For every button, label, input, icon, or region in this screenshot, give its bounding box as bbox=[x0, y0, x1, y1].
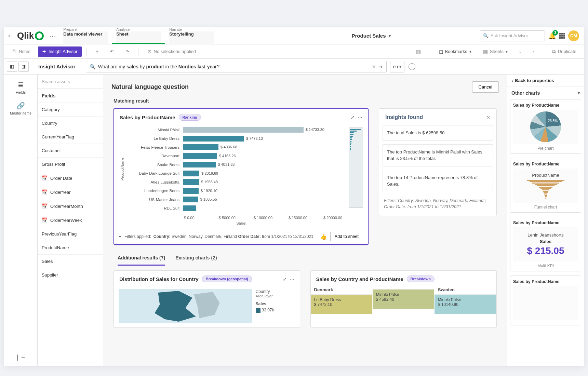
calendar-icon: 📅 bbox=[42, 217, 48, 223]
other-chart-card[interactable]: Sales by ProductNameProductNameFunnel ch… bbox=[510, 158, 581, 213]
global-search[interactable]: 🔍Ask Insight Advisor bbox=[480, 30, 545, 41]
field-category[interactable]: Category bbox=[38, 103, 103, 117]
app-window: ‹ Qlik ⋯ PrepareData model viewerAnalyze… bbox=[4, 27, 584, 366]
field-sales[interactable]: Sales bbox=[38, 255, 103, 268]
bookmarks-button[interactable]: ◻Bookmarks▾ bbox=[435, 46, 476, 57]
ranking-chart-card: Sales by ProductName Ranking ⤢ ⋯ Product… bbox=[113, 108, 369, 245]
cancel-button[interactable]: Cancel bbox=[472, 81, 499, 93]
bar-row[interactable]: Baby Dark Lounge Suit$ 2016.69 bbox=[128, 169, 347, 178]
field-currentyearflag[interactable]: CurrentYearFlag bbox=[38, 130, 103, 144]
avatar[interactable]: CM bbox=[568, 30, 579, 41]
notes-button[interactable]: 🗒Notes bbox=[8, 46, 35, 57]
app-launcher-button[interactable] bbox=[559, 33, 565, 39]
card-more-button[interactable]: ⋯ bbox=[290, 277, 294, 282]
sheets-icon: ▦ bbox=[483, 49, 488, 55]
field-productname[interactable]: ProductName bbox=[38, 241, 103, 255]
insights-title: Insights found bbox=[385, 114, 423, 120]
bar-row[interactable]: Snake Boots$ 4031.63 bbox=[128, 160, 347, 169]
chevron-down-icon[interactable]: ▾ bbox=[578, 91, 580, 95]
insight-advisor-button[interactable]: ✦Insight Advisor bbox=[38, 46, 82, 57]
tree-title: Sales by Country and ProductName bbox=[316, 276, 403, 282]
fullscreen-button[interactable]: ⤢ bbox=[351, 115, 355, 120]
map-legend: Country Area layer Sales 33.07k bbox=[256, 289, 295, 323]
field-order-date[interactable]: 📅Order Date bbox=[38, 171, 103, 185]
field-customer[interactable]: Customer bbox=[38, 144, 103, 158]
filter-icon: ▾ bbox=[119, 234, 121, 239]
bar-row[interactable]: Le Baby Dress$ 7472.10 bbox=[128, 134, 347, 143]
treemap-chart[interactable]: DenmarkLe Baby Dress$ 7472.10Minnki Päls… bbox=[311, 285, 497, 314]
search-icon: 🔍 bbox=[90, 64, 95, 69]
other-charts-header: Other charts bbox=[511, 90, 540, 96]
language-selector[interactable]: en▾ bbox=[390, 61, 404, 72]
notes-icon: 🗒 bbox=[12, 49, 17, 54]
thumbs-up-button[interactable]: 👍 bbox=[320, 233, 327, 240]
tab-additional-results[interactable]: Additional results (7) bbox=[118, 251, 165, 266]
fullscreen-button[interactable]: ⤢ bbox=[283, 277, 286, 282]
y-axis-label: ProductName bbox=[119, 158, 126, 180]
bar-row[interactable]: RDL Suit bbox=[128, 204, 347, 213]
topbar-right: 🔍Ask Insight Advisor 🔔3 CM bbox=[475, 27, 584, 44]
query-input[interactable]: 🔍 What are my sales by product in the No… bbox=[86, 61, 387, 72]
rail-fields[interactable]: ≣Fields bbox=[10, 77, 31, 98]
panel-left-button[interactable]: ◧ bbox=[7, 62, 17, 72]
tab-existing-charts[interactable]: Existing charts (2) bbox=[175, 251, 217, 266]
clear-query-button[interactable]: ✕ bbox=[372, 64, 376, 69]
field-orderyearweek[interactable]: 📅OrderYearWeek bbox=[38, 213, 103, 227]
sheets-button[interactable]: ▦Sheets▾ bbox=[479, 46, 512, 57]
clear-selections-button[interactable]: ⊘No selections applied bbox=[143, 46, 200, 57]
distribution-card: Distribution of Sales for Country Breakd… bbox=[113, 270, 300, 328]
card-more-button[interactable]: ⋯ bbox=[358, 115, 362, 120]
top-tab-storytelling[interactable]: NarrateStorytelling bbox=[165, 27, 218, 44]
more-menu-button[interactable]: ⋯ bbox=[46, 27, 59, 44]
top-tabs: PrepareData model viewerAnalyzeSheetNarr… bbox=[59, 27, 267, 44]
notifications-button[interactable]: 🔔3 bbox=[548, 32, 556, 40]
fields-panel: Search assets Fields CategoryCountryCurr… bbox=[38, 75, 103, 366]
add-asset-button[interactable]: ❘← bbox=[10, 349, 31, 366]
other-chart-card[interactable]: Sales by ProductName bbox=[510, 276, 581, 325]
top-tab-data-model-viewer[interactable]: PrepareData model viewer bbox=[59, 27, 112, 44]
other-chart-card[interactable]: Sales by ProductNameLenin JeansshortsSal… bbox=[510, 217, 581, 271]
submit-query-button[interactable]: ➜ bbox=[379, 64, 383, 69]
field-orderyear[interactable]: 📅OrderYear bbox=[38, 185, 103, 199]
bar-row[interactable]: Davenport$ 4163.26 bbox=[128, 152, 347, 161]
info-button[interactable]: i bbox=[409, 63, 415, 70]
nlq-title: Natural language question bbox=[111, 83, 189, 91]
calendar-icon: 📅 bbox=[42, 189, 48, 195]
duplicate-button[interactable]: ⧉Duplicate bbox=[548, 46, 580, 57]
logo: Qlik bbox=[14, 27, 46, 44]
mini-scrollbar[interactable] bbox=[349, 127, 363, 208]
duplicate-icon: ⧉ bbox=[552, 49, 556, 55]
bar-row[interactable]: Minnki Pälsii$ 14733.30 bbox=[128, 125, 347, 134]
top-tab-sheet[interactable]: AnalyzeSheet bbox=[112, 27, 165, 44]
search-assets-input[interactable]: Search assets bbox=[38, 75, 103, 89]
bar-row[interactable]: Lundenhagen Boots$ 1920.10 bbox=[128, 187, 347, 196]
bulb-icon: ✦ bbox=[42, 49, 46, 55]
next-sheet-button[interactable]: › bbox=[528, 46, 538, 57]
rail-master-items[interactable]: 🔗Master items bbox=[10, 98, 31, 119]
field-gross-profit[interactable]: Gross Profit bbox=[38, 158, 103, 171]
app-title[interactable]: Product Sales▾ bbox=[267, 27, 475, 44]
bar-row[interactable]: US-Master Jeans$ 1865.55 bbox=[128, 195, 347, 204]
step-back-button[interactable]: ↶ bbox=[106, 46, 118, 57]
back-button[interactable]: ‹ bbox=[4, 27, 14, 44]
smart-search-button[interactable]: ⌖ bbox=[92, 46, 103, 57]
step-forward-button[interactable]: ↷ bbox=[121, 46, 133, 57]
dist-title: Distribution of Sales for Country bbox=[119, 276, 199, 282]
selections-tool-button[interactable]: ▥ bbox=[412, 46, 425, 57]
other-chart-card[interactable]: Sales by ProductName23.5%Pie chart bbox=[510, 99, 581, 154]
panel-right-button[interactable]: ◨ bbox=[18, 62, 29, 72]
bar-row[interactable]: Atles Lussekofta$ 1968.43 bbox=[128, 178, 347, 187]
field-country[interactable]: Country bbox=[38, 117, 103, 130]
field-orderyearmonth[interactable]: 📅OrderYearMonth bbox=[38, 199, 103, 213]
bar-row[interactable]: Feiss Fleece Trousers$ 4336.68 bbox=[128, 143, 347, 152]
back-to-properties-button[interactable]: ‹Back to properties bbox=[507, 75, 584, 87]
map-chart[interactable] bbox=[119, 289, 252, 323]
close-insights-button[interactable]: ✕ bbox=[486, 115, 490, 120]
prev-sheet-button[interactable]: ‹ bbox=[515, 46, 525, 57]
add-to-sheet-button[interactable]: Add to sheet bbox=[330, 232, 363, 241]
insight-item: The top 14 ProductName represents 78.8% … bbox=[383, 170, 493, 192]
insight-item: The top ProductName is Minnki Pälsii wit… bbox=[383, 144, 493, 166]
field-supplier[interactable]: Supplier bbox=[38, 268, 103, 282]
field-previousyearflag[interactable]: PreviousYearFlag bbox=[38, 227, 103, 241]
dist-pill: Breakdown (geospatial) bbox=[202, 276, 252, 282]
